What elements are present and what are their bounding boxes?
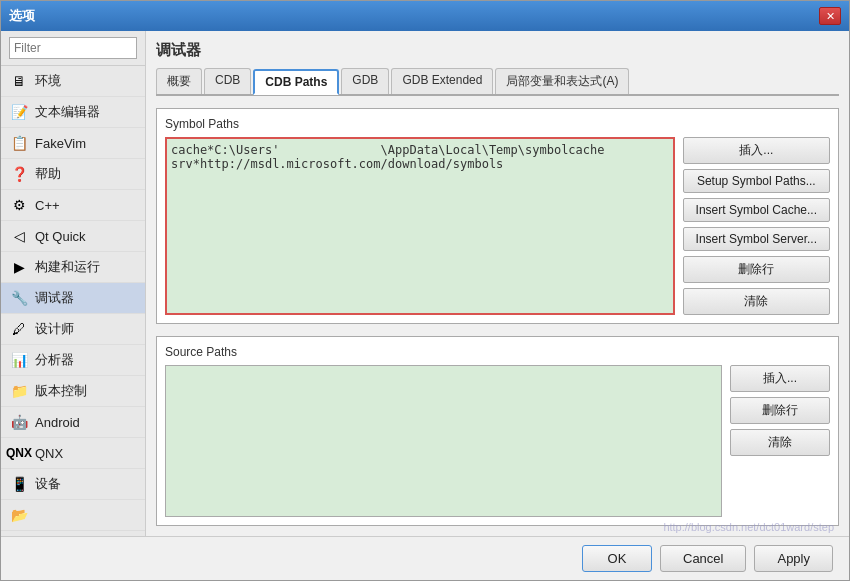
sidebar-label-help: 帮助 [35, 165, 61, 183]
ok-button[interactable]: OK [582, 545, 652, 572]
sidebar-item-devices[interactable]: 📱 设备 [1, 469, 145, 500]
environment-icon: 🖥 [9, 71, 29, 91]
window-title: 选项 [9, 7, 35, 25]
page-title: 调试器 [156, 41, 839, 60]
tab-cdb[interactable]: CDB [204, 68, 251, 94]
qt-quick-icon: ◁ [9, 226, 29, 246]
source-paths-textarea[interactable] [165, 365, 722, 517]
tab-gdb-extended[interactable]: GDB Extended [391, 68, 493, 94]
source-paths-label: Source Paths [165, 345, 830, 359]
sidebar-item-qnx[interactable]: QNX QNX [1, 438, 145, 469]
sidebar-item-more[interactable]: 📂 [1, 500, 145, 531]
tab-local-vars[interactable]: 局部变量和表达式(A) [495, 68, 629, 94]
sidebar-filter-area [1, 31, 145, 66]
sidebar-label-devices: 设备 [35, 475, 61, 493]
sidebar-item-debugger[interactable]: 🔧 调试器 [1, 283, 145, 314]
sidebar: 🖥 环境 📝 文本编辑器 📋 FakeVim ❓ 帮助 [1, 31, 146, 536]
delete-row-src-button[interactable]: 删除行 [730, 397, 830, 424]
source-paths-row: 插入... 删除行 清除 [165, 365, 830, 517]
cpp-icon: ⚙ [9, 195, 29, 215]
sidebar-item-fakevim[interactable]: 📋 FakeVim [1, 128, 145, 159]
sidebar-label-fakevim: FakeVim [35, 136, 86, 151]
sidebar-item-designer[interactable]: 🖊 设计师 [1, 314, 145, 345]
text-editor-icon: 📝 [9, 102, 29, 122]
insert-symbol-cache-button[interactable]: Insert Symbol Cache... [683, 198, 830, 222]
main-panel: 调试器 概要 CDB CDB Paths GDB GDB Extended 局部… [146, 31, 849, 536]
sidebar-label-android: Android [35, 415, 80, 430]
sidebar-item-cpp[interactable]: ⚙ C++ [1, 190, 145, 221]
devices-icon: 📱 [9, 474, 29, 494]
sidebar-label-version-control: 版本控制 [35, 382, 87, 400]
tab-gdb[interactable]: GDB [341, 68, 389, 94]
tab-cdb-paths[interactable]: CDB Paths [253, 69, 339, 95]
android-icon: 🤖 [9, 412, 29, 432]
clear-button[interactable]: 清除 [683, 288, 830, 315]
sidebar-item-android[interactable]: 🤖 Android [1, 407, 145, 438]
sidebar-label-qnx: QNX [35, 446, 63, 461]
build-run-icon: ▶ [9, 257, 29, 277]
sidebar-item-environment[interactable]: 🖥 环境 [1, 66, 145, 97]
sidebar-item-analyzer[interactable]: 📊 分析器 [1, 345, 145, 376]
titlebar: 选项 ✕ [1, 1, 849, 31]
sidebar-label-environment: 环境 [35, 72, 61, 90]
sidebar-item-build-run[interactable]: ▶ 构建和运行 [1, 252, 145, 283]
sidebar-label-analyzer: 分析器 [35, 351, 74, 369]
delete-row-button[interactable]: 删除行 [683, 256, 830, 283]
symbol-paths-label: Symbol Paths [165, 117, 830, 131]
sidebar-label-designer: 设计师 [35, 320, 74, 338]
symbol-paths-row: cache*C:\Users' \AppData\Local\Temp\symb… [165, 137, 830, 315]
setup-symbol-paths-button[interactable]: Setup Symbol Paths... [683, 169, 830, 193]
debugger-icon: 🔧 [9, 288, 29, 308]
sidebar-label-cpp: C++ [35, 198, 60, 213]
content-area: 🖥 环境 📝 文本编辑器 📋 FakeVim ❓ 帮助 [1, 31, 849, 536]
sidebar-item-text-editor[interactable]: 📝 文本编辑器 [1, 97, 145, 128]
bottom-bar: OK Cancel Apply [1, 536, 849, 580]
sidebar-label-text-editor: 文本编辑器 [35, 103, 100, 121]
analyzer-icon: 📊 [9, 350, 29, 370]
sidebar-item-help[interactable]: ❓ 帮助 [1, 159, 145, 190]
window-controls: ✕ [819, 7, 841, 25]
more-icon: 📂 [9, 505, 29, 525]
tabs-bar: 概要 CDB CDB Paths GDB GDB Extended 局部变量和表… [156, 68, 839, 96]
options-window: 选项 ✕ 🖥 环境 📝 文本编辑器 [0, 0, 850, 581]
filter-input[interactable] [9, 37, 137, 59]
panel-content: Symbol Paths cache*C:\Users' \AppData\Lo… [156, 108, 839, 526]
sidebar-label-qt-quick: Qt Quick [35, 229, 86, 244]
sidebar-label-debugger: 调试器 [35, 289, 74, 307]
qnx-icon: QNX [9, 443, 29, 463]
tab-overview[interactable]: 概要 [156, 68, 202, 94]
cancel-button[interactable]: Cancel [660, 545, 746, 572]
source-paths-buttons: 插入... 删除行 清除 [730, 365, 830, 517]
apply-button[interactable]: Apply [754, 545, 833, 572]
sidebar-list: 🖥 环境 📝 文本编辑器 📋 FakeVim ❓ 帮助 [1, 66, 145, 536]
version-control-icon: 📁 [9, 381, 29, 401]
insert-src-button[interactable]: 插入... [730, 365, 830, 392]
symbol-paths-textarea[interactable]: cache*C:\Users' \AppData\Local\Temp\symb… [165, 137, 675, 315]
insert-button[interactable]: 插入... [683, 137, 830, 164]
clear-src-button[interactable]: 清除 [730, 429, 830, 456]
sidebar-item-qt-quick[interactable]: ◁ Qt Quick [1, 221, 145, 252]
insert-symbol-server-button[interactable]: Insert Symbol Server... [683, 227, 830, 251]
close-button[interactable]: ✕ [819, 7, 841, 25]
sidebar-label-build-run: 构建和运行 [35, 258, 100, 276]
fakevim-icon: 📋 [9, 133, 29, 153]
designer-icon: 🖊 [9, 319, 29, 339]
symbol-paths-section: Symbol Paths cache*C:\Users' \AppData\Lo… [156, 108, 839, 324]
help-icon: ❓ [9, 164, 29, 184]
source-paths-section: Source Paths 插入... 删除行 清除 [156, 336, 839, 526]
symbol-paths-buttons: 插入... Setup Symbol Paths... Insert Symbo… [683, 137, 830, 315]
sidebar-item-version-control[interactable]: 📁 版本控制 [1, 376, 145, 407]
